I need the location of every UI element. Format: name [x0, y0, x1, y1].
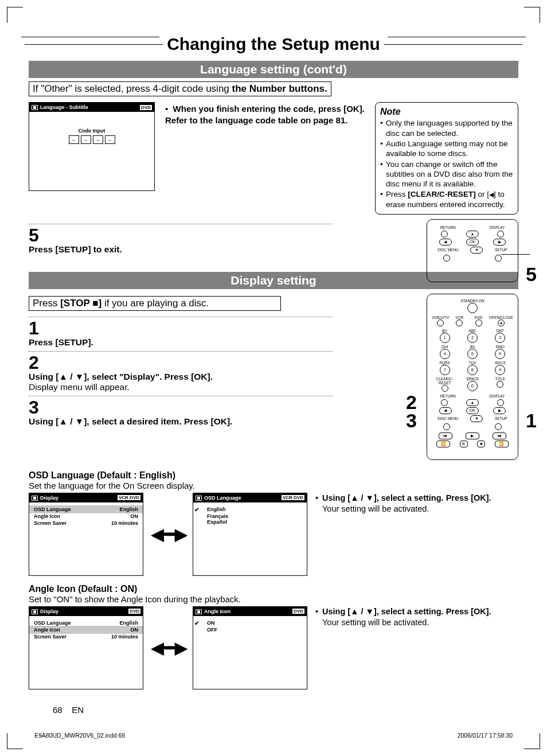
osd-language-sub: Set the language for the On Screen displ… — [29, 481, 518, 490]
remote-diagram-large: STANDBY-ON VIDEO/TV VCR DVD OPEN/CLOSE▲ … — [427, 294, 518, 460]
tag-dvd: DVD — [128, 609, 140, 614]
tag-vcr-dvd: VCR DVD — [118, 495, 140, 500]
remote-diagram-small: RETURNDISPLAY ▲ ◀OK▶ DISC MENU▼SETUP — [427, 219, 518, 282]
angle-icon-sub: Set to "ON" to show the Angle Icon durin… — [29, 594, 518, 604]
page-title: Changing the Setup menu — [167, 34, 380, 54]
stop-hint-pre: Press — [33, 298, 60, 309]
screen-title: Angle Icon — [204, 609, 230, 614]
step-2-text: Using [▲ / ▼], select "Display". Press [… — [29, 372, 333, 382]
note-item: Audio Language setting may not be availa… — [380, 139, 513, 159]
option-off: OFF — [198, 627, 302, 633]
note-title: Note — [380, 106, 513, 118]
code-box: – — [81, 135, 91, 144]
double-arrow-icon: ◀━━▶ — [151, 638, 185, 657]
screen-display: DisplayVCR DVD OSD LanguageEnglish Angle… — [29, 493, 143, 576]
title-ornament: Changing the Setup menu — [29, 23, 518, 57]
stop-hint-bold: [STOP ■] — [60, 298, 101, 309]
select-setting-instruction-2: Using [▲ / ▼], select a setting. Press [… — [315, 606, 518, 628]
screen-icon — [32, 105, 38, 110]
section-bar-language: Language setting (cont'd) — [29, 61, 518, 78]
code-box: – — [105, 135, 115, 144]
step-number-1: 1 — [29, 319, 333, 337]
stop-hint-box: Press [STOP ■] if you are playing a disc… — [29, 296, 281, 311]
other-hint-box: If "Other" is selected, press 4-digit co… — [29, 81, 331, 96]
step-5-text: Press [SETUP] to exit. — [29, 244, 333, 255]
screen-osd-language: OSD LanguageVCR DVD English Français Esp… — [193, 493, 307, 576]
note-item: Only the languages supported by the disc… — [380, 118, 513, 138]
double-arrow-icon: ◀━━▶ — [151, 525, 185, 544]
step-3-text: Using [▲ / ▼], select a desired item. Pr… — [29, 416, 333, 427]
step-2-sub: Display menu will appear. — [29, 382, 333, 392]
screen-title: Display — [40, 609, 58, 614]
print-mark: E9A80UD_MWR20V6_02.indd 68 2006/01/17 17… — [34, 732, 513, 739]
option-english: English — [193, 505, 307, 513]
option-francais: Français — [198, 513, 302, 519]
code-box: – — [69, 135, 79, 144]
step-number-3: 3 — [29, 398, 333, 416]
step-1-text: Press [SETUP]. — [29, 337, 333, 348]
finish-instruction: • When you finish entering the code, pre… — [165, 103, 365, 126]
option-espanol: Español — [198, 519, 302, 525]
code-input-label: Code Input — [34, 128, 150, 134]
tag-vcr-dvd: VCR DVD — [282, 495, 304, 500]
tag-dvd: DVD — [292, 609, 304, 614]
step-number-5: 5 — [29, 226, 333, 244]
other-hint-bold: the Number buttons. — [232, 83, 327, 94]
note-box: Note Only the languages supported by the… — [375, 102, 518, 215]
osd-language-header: OSD Language (Default : English) — [29, 470, 518, 481]
tag-dvd: DVD — [140, 105, 152, 110]
other-hint-text: If "Other" is selected, press 4-digit co… — [33, 83, 232, 94]
angle-icon-header: Angle Icon (Default : ON) — [29, 584, 518, 594]
step-number-2: 2 — [29, 353, 333, 372]
note-item: You can change or switch off the subtitl… — [380, 159, 513, 189]
stop-hint-post: if you are playing a disc. — [101, 298, 209, 309]
code-input-row: – – – – — [34, 135, 150, 144]
code-box: – — [93, 135, 103, 144]
page-footer: 68 EN — [53, 705, 84, 715]
callout-5: 5 — [526, 263, 537, 286]
screen-angle-icon: Angle IconDVD ON OFF — [193, 606, 307, 689]
screen-title: OSD Language — [204, 495, 241, 501]
screen-display-2: DisplayDVD OSD LanguageEnglish Angle Ico… — [29, 606, 143, 689]
option-on: ON — [193, 619, 307, 627]
note-item: Press [CLEAR/C-RESET] or [] to erase num… — [380, 189, 513, 209]
callout-3: 3 — [406, 410, 417, 432]
screen-language-subtitle: Language - Subtitle DVD Code Input – – –… — [29, 102, 155, 191]
screen-title: Display — [40, 495, 58, 501]
screen-title: Language - Subtitle — [40, 104, 88, 110]
callout-1: 1 — [526, 410, 537, 432]
select-setting-instruction: Using [▲ / ▼], select a setting. Press [… — [315, 493, 518, 515]
